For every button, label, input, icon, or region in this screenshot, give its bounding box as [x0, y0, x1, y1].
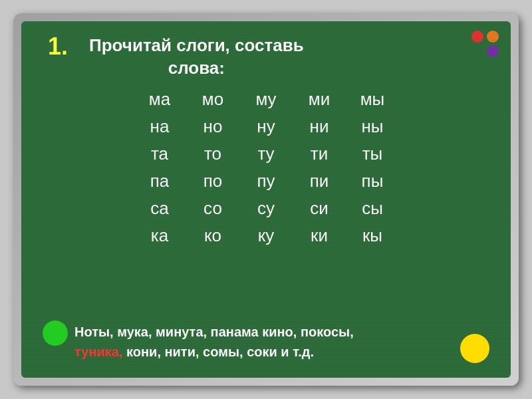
syllable-row: татотутиты — [48, 141, 484, 167]
syllable-cell: ка — [133, 223, 186, 249]
syllable-cell: по — [186, 168, 239, 194]
syllable-cell: мо — [186, 86, 239, 112]
task-title-line1: Прочитай слоги, составь — [89, 35, 304, 55]
syllable-cell: кы — [346, 223, 399, 249]
bottom-text: Ноты, мука, минута, панама кино, покосы,… — [48, 322, 484, 362]
syllable-cell: со — [186, 196, 239, 221]
syllable-row: какокукикы — [48, 223, 484, 249]
syllable-cell: пи — [293, 168, 346, 194]
yellow-circle — [460, 334, 489, 363]
syllable-cell: ты — [346, 141, 399, 167]
syllable-cell: ни — [293, 114, 346, 140]
syllable-cell: на — [133, 114, 186, 140]
syllable-cell: ма — [133, 86, 186, 112]
syllable-cell: ну — [239, 114, 293, 140]
task-title: Прочитай слоги, составь слова: — [89, 35, 304, 80]
syllable-cell: ку — [239, 223, 293, 249]
syllable-row: мамомумимы — [48, 86, 484, 112]
dot-orange — [487, 31, 499, 43]
bottom-line2-suffix: кони, нити, сомы, соки и т.д. — [122, 344, 314, 359]
syllable-cell: ны — [346, 114, 399, 140]
bottom-line1: Ноты, мука, минута, панама кино, покосы, — [74, 325, 354, 339]
syllable-cell: мы — [346, 86, 399, 112]
syllable-cell: ко — [186, 223, 239, 249]
syllable-cell: му — [239, 86, 293, 112]
task-number: 1. — [48, 35, 81, 59]
blackboard: 1. Прочитай слоги, составь слова: мамому… — [21, 21, 511, 378]
syllable-cell: па — [133, 168, 186, 194]
syllable-cell: но — [186, 114, 239, 140]
syllable-row: сасосусисы — [48, 196, 484, 221]
syllable-cell: ки — [293, 223, 346, 249]
syllable-cell: пы — [346, 168, 399, 194]
syllable-cell: си — [293, 196, 346, 221]
syllable-cell: та — [133, 141, 186, 167]
bottom-highlighted: туника, — [74, 344, 122, 359]
bottom-area: Ноты, мука, минута, панама кино, покосы,… — [48, 317, 484, 364]
board-outer: 1. Прочитай слоги, составь слова: мамому… — [13, 13, 519, 386]
syllable-cell: то — [186, 141, 239, 167]
syllable-row: папопупипы — [48, 168, 484, 194]
syllable-cell: пу — [239, 168, 293, 194]
syllables-grid: мамомумимынанонунинытатотутитыпапопупипы… — [48, 86, 484, 311]
syllable-cell: ти — [293, 141, 346, 167]
task-title-line2: слова: — [168, 58, 225, 78]
syllable-cell: ми — [293, 86, 346, 112]
corner-dots — [471, 31, 499, 57]
syllable-cell: ту — [239, 141, 293, 167]
syllable-cell: су — [239, 196, 293, 221]
dot-purple — [487, 45, 499, 57]
title-area: 1. Прочитай слоги, составь слова: — [48, 35, 484, 80]
syllable-cell: сы — [346, 196, 399, 221]
syllable-row: нанонунины — [48, 114, 484, 140]
green-circle — [43, 321, 68, 346]
dot-red — [471, 31, 483, 43]
syllable-cell: са — [133, 196, 186, 221]
